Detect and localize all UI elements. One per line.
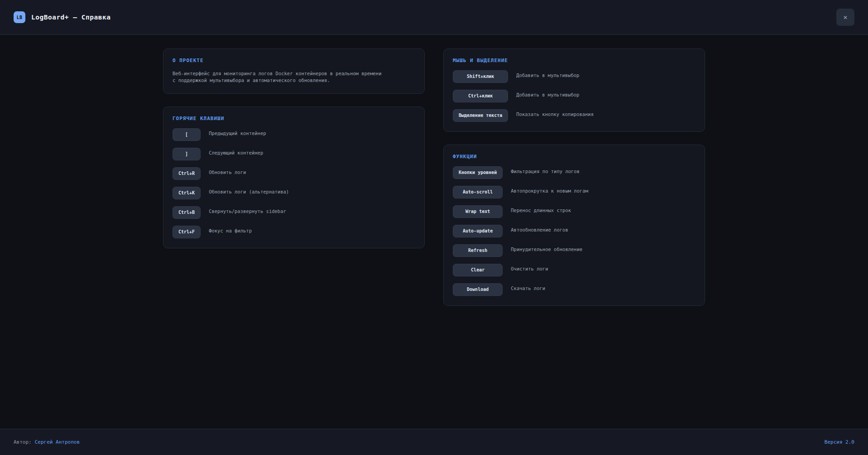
feature-description: Принудительное обновление (511, 247, 695, 252)
mouse-card-title: МЫШЬ И ВЫДЕЛЕНИЕ (453, 58, 695, 63)
feature-badge: Wrap text (453, 205, 503, 218)
key-description: Свернуть/развернуть sidebar (209, 208, 415, 214)
feature-description: Фильтрация по типу логов (511, 169, 695, 174)
close-icon: ✕ (843, 13, 847, 21)
feature-description: Перенос длинных строк (511, 208, 695, 213)
feature-badge: Auto-update (453, 225, 503, 237)
mouse-card: МЫШЬ И ВЫДЕЛЕНИЕ Shift+клик Добавить в м… (443, 48, 705, 132)
feature-badge: Кнопки уровней (453, 166, 503, 179)
key-description: Фокус на фильтр (209, 228, 415, 233)
feature-badge: Download (453, 283, 503, 296)
feature-badge: Refresh (453, 244, 503, 257)
key-badge: ] (173, 148, 201, 160)
key-badge: Ctrl+B (173, 206, 201, 219)
key-description: Следующий контейнер (209, 150, 415, 155)
features-list: Кнопки уровней Фильтрация по типу логов … (453, 166, 695, 296)
key-description: Обновить логи (209, 169, 415, 175)
page-title: LogBoard+ — Справка (31, 14, 110, 21)
help-content: О ПРОЕКТЕ Веб-интерфейс для мониторинга … (0, 35, 868, 429)
app-footer: Автор:Сергей Антропов Версия 2.0 (0, 429, 868, 455)
right-column: МЫШЬ И ВЫДЕЛЕНИЕ Shift+клик Добавить в м… (443, 48, 705, 306)
app-header: LB LogBoard+ — Справка ✕ (0, 0, 868, 35)
key-description: Обновить логи (альтернатива) (209, 189, 415, 194)
action-description: Показать кнопку копирования (516, 111, 695, 117)
author-label: Автор: (14, 439, 32, 445)
action-description: Добавить в мультивыбор (516, 73, 695, 78)
feature-description: Автопрокрутка к новым логам (511, 188, 695, 194)
version-label: Версия 2.0 (825, 439, 854, 445)
action-description: Добавить в мультивыбор (516, 92, 695, 97)
hotkeys-card-title: ГОРЯЧИЕ КЛАВИШИ (173, 116, 415, 121)
key-badge: Ctrl+F (173, 226, 201, 238)
author-link[interactable]: Сергей Антропов (35, 439, 80, 445)
feature-badge: Auto-scroll (453, 186, 503, 198)
key-badge: Ctrl+R (173, 167, 201, 180)
footer-author: Автор:Сергей Антропов (14, 439, 80, 445)
about-card: О ПРОЕКТЕ Веб-интерфейс для мониторинга … (163, 48, 425, 94)
key-badge: Ctrl+K (173, 187, 201, 199)
action-badge: Shift+клик (453, 70, 508, 83)
action-badge: Ctrl+клик (453, 90, 508, 102)
key-badge: [ (173, 128, 201, 141)
about-card-title: О ПРОЕКТЕ (173, 58, 415, 63)
features-card: ФУНКЦИИ Кнопки уровней Фильтрация по тип… (443, 145, 705, 306)
close-button[interactable]: ✕ (836, 9, 854, 26)
feature-badge: Clear (453, 264, 503, 276)
hotkeys-list: [ Предыдущий контейнер ] Следующий конте… (173, 128, 415, 238)
feature-description: Скачать логи (511, 286, 695, 291)
app-logo: LB (14, 11, 25, 23)
left-column: О ПРОЕКТЕ Веб-интерфейс для мониторинга … (163, 48, 425, 248)
hotkeys-card: ГОРЯЧИЕ КЛАВИШИ [ Предыдущий контейнер ]… (163, 106, 425, 248)
feature-description: Очистить логи (511, 266, 695, 271)
mouse-list: Shift+клик Добавить в мультивыбор Ctrl+к… (453, 70, 695, 122)
action-badge: Выделение текста (453, 109, 508, 122)
features-card-title: ФУНКЦИИ (453, 154, 695, 160)
about-description: Веб-интерфейс для мониторинга логов Dock… (173, 70, 415, 84)
feature-description: Автообновление логов (511, 227, 695, 232)
key-description: Предыдущий контейнер (209, 131, 415, 136)
